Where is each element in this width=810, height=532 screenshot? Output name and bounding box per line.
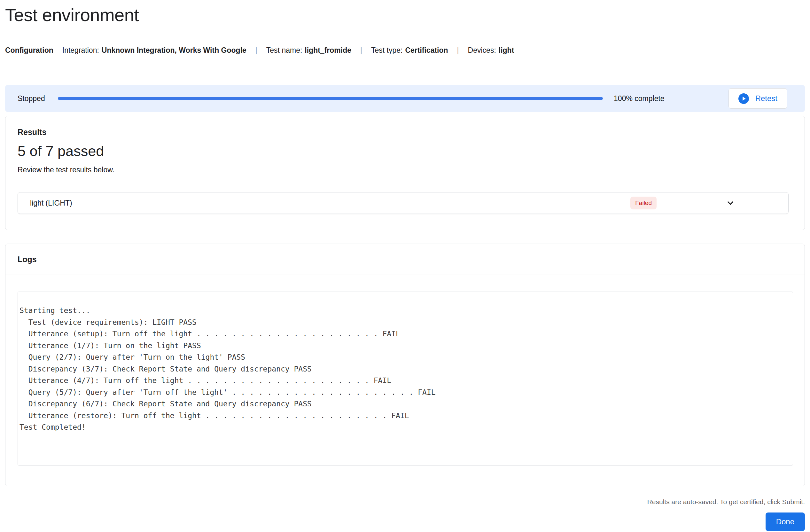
configuration-label: Configuration <box>5 45 53 55</box>
config-separator: | <box>360 45 362 55</box>
status-banner: Stopped 100% complete Retest <box>5 85 805 112</box>
config-item-test-type: Test type: Certification <box>371 45 448 55</box>
integration-value: Unknown Integration, Works With Google <box>102 45 246 55</box>
status-badge: Failed <box>630 197 657 209</box>
play-icon <box>739 93 749 104</box>
logs-body: Starting test... Test (device requiremen… <box>5 275 805 486</box>
results-summary: 5 of 7 passed <box>18 142 789 160</box>
results-description: Review the test results below. <box>18 165 789 174</box>
devices-label: Devices: <box>468 45 496 55</box>
configuration-bar: Configuration Integration: Unknown Integ… <box>5 45 805 55</box>
logs-heading: Logs <box>18 254 792 264</box>
config-separator: | <box>457 45 459 55</box>
config-separator: | <box>255 45 257 55</box>
log-output: Starting test... Test (device requiremen… <box>19 305 790 433</box>
autosave-note: Results are auto-saved. To get certified… <box>5 498 805 506</box>
done-button[interactable]: Done <box>765 513 805 531</box>
progress-status: Stopped <box>18 94 45 103</box>
logs-card: Logs Starting test... Test (device requi… <box>5 244 805 486</box>
progress-bar <box>58 97 603 100</box>
config-item-integration: Integration: Unknown Integration, Works … <box>62 45 246 55</box>
results-card: Results 5 of 7 passed Review the test re… <box>5 116 805 230</box>
devices-value: light <box>499 45 514 55</box>
result-row[interactable]: light (LIGHT) Failed <box>18 192 789 214</box>
results-heading: Results <box>18 127 789 137</box>
logs-header: Logs <box>5 244 805 275</box>
log-box: Starting test... Test (device requiremen… <box>18 292 793 466</box>
config-item-devices: Devices: light <box>468 45 514 55</box>
test-name-value: light_fromide <box>305 45 351 55</box>
test-name-label: Test name: <box>266 45 303 55</box>
retest-label: Retest <box>755 94 777 103</box>
chevron-down-icon <box>724 197 736 209</box>
retest-button[interactable]: Retest <box>728 88 787 109</box>
page-title: Test environment <box>5 4 805 26</box>
progress-percent-label: 100% complete <box>614 94 665 103</box>
test-type-value: Certification <box>405 45 448 55</box>
footer: Results are auto-saved. To get certified… <box>5 498 805 531</box>
test-type-label: Test type: <box>371 45 402 55</box>
config-item-test-name: Test name: light_fromide <box>266 45 351 55</box>
integration-label: Integration: <box>62 45 99 55</box>
progress-bar-fill <box>58 97 603 100</box>
test-environment-page: Test environment Configuration Integrati… <box>0 0 810 532</box>
device-label: light (LIGHT) <box>30 199 630 208</box>
expand-toggle[interactable] <box>724 197 736 209</box>
